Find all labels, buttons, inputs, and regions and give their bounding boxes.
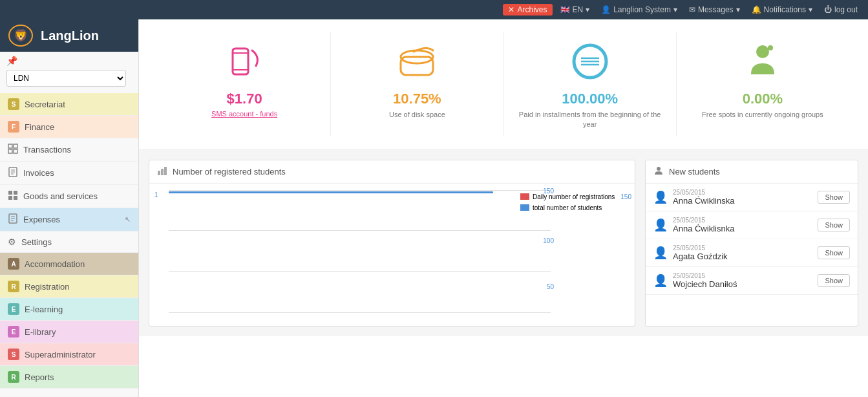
chevron-down-icon: ▾: [809, 5, 812, 14]
user-icon: 👤: [601, 5, 611, 14]
svg-rect-3: [14, 144, 17, 148]
new-students-panel: New students 👤 25/05/2015 Anna Ćwiklinsk…: [645, 160, 858, 327]
svg-rect-12: [8, 196, 12, 200]
power-icon: ⏻: [824, 5, 832, 14]
show-button-0[interactable]: Show: [818, 191, 850, 204]
sidebar-item-accommodation[interactable]: A Accommodation: [0, 253, 138, 275]
finance-badge: F: [8, 121, 19, 133]
student-name: Anna Ćwiklinska: [673, 196, 812, 206]
archives-button[interactable]: ✕ Archives: [503, 4, 552, 16]
disk-icon: [391, 39, 443, 84]
sidebar-item-expenses[interactable]: Expenses ↖: [0, 208, 138, 231]
flag-icon: 🇬🇧: [560, 5, 570, 14]
sidebar-item-elearning[interactable]: E E-learning: [0, 298, 138, 321]
y-val-100: 100: [543, 237, 554, 244]
archives-label: Archives: [517, 5, 547, 14]
sidebar-item-secretariat[interactable]: S Secretariat: [0, 93, 138, 116]
student-info: 25/05/2015 Wojciech Daniłoś: [673, 272, 812, 289]
logo-svg: 🦁: [6, 23, 36, 48]
student-date: 25/05/2015: [673, 272, 812, 279]
logo-text: LangLion: [41, 28, 99, 43]
svg-text:🦁: 🦁: [14, 28, 28, 43]
sidebar-item-superadmin[interactable]: S Superadministrator: [0, 343, 138, 366]
stat-sms: $1.70 SMS account - funds: [158, 32, 331, 136]
spots-value: 0.00%: [743, 91, 783, 107]
student-item: 👤 25/05/2015 Anna Ćwiklinska Show: [646, 184, 858, 211]
legend-daily-color: [520, 193, 529, 200]
disk-value: 10.75%: [393, 91, 441, 107]
language-selector[interactable]: 🇬🇧 EN ▾: [556, 4, 594, 16]
sidebar-item-reports[interactable]: R Reports: [0, 366, 138, 389]
person-icon: [653, 166, 664, 178]
superadmin-badge: S: [8, 349, 19, 360]
pin-icon[interactable]: 📌: [6, 56, 17, 66]
sidebar-item-label: Expenses: [23, 215, 60, 224]
sidebar-item-elibrary[interactable]: E E-library: [0, 321, 138, 343]
students-header: New students: [646, 160, 858, 184]
chart-header: Number of registered students: [149, 160, 635, 184]
disk-label: Use of disk space: [389, 110, 445, 120]
student-date: 25/05/2015: [673, 244, 812, 252]
sidebar-item-transactions[interactable]: Transactions: [0, 138, 138, 162]
legend-daily: Daily number of registrations 150: [520, 193, 631, 200]
logout-label: log out: [834, 5, 858, 14]
chart-area: [169, 190, 551, 313]
student-info: 25/05/2015 Anna Ćwiklinska: [673, 189, 812, 206]
installments-icon: [564, 39, 616, 84]
y-label-150: 1: [154, 191, 158, 198]
installments-label: Paid in installments from the beginning …: [514, 110, 666, 130]
student-date: 25/05/2015: [673, 189, 812, 196]
svg-rect-5: [14, 149, 17, 153]
sidebar-item-finance[interactable]: F Finance: [0, 116, 138, 138]
bell-icon: 🔔: [752, 5, 761, 14]
chevron-down-icon: ▾: [586, 5, 589, 14]
sidebar-item-label: E-learning: [25, 305, 63, 314]
sms-link[interactable]: SMS account - funds: [211, 110, 277, 118]
settings-icon: ⚙: [8, 237, 16, 247]
svg-rect-30: [161, 169, 164, 175]
chevron-down-icon: ▾: [673, 5, 677, 14]
sidebar-item-settings[interactable]: ⚙ Settings: [0, 231, 138, 253]
student-info: 25/05/2015 Agata Goździk: [673, 244, 812, 261]
student-info: 25/05/2015 Anna Ćwiklisnka: [673, 217, 812, 233]
sidebar-item-invoices[interactable]: Invoices: [0, 162, 138, 185]
gridline-top: [169, 190, 551, 191]
expenses-icon: [8, 213, 18, 226]
logout-button[interactable]: ⏻ log out: [820, 4, 862, 16]
transactions-icon: [8, 144, 18, 156]
y-val-50: 50: [547, 283, 554, 290]
svg-rect-2: [8, 144, 12, 148]
show-button-2[interactable]: Show: [818, 246, 850, 259]
sidebar-item-label: Accommodation: [25, 259, 85, 269]
show-button-3[interactable]: Show: [818, 274, 850, 287]
sidebar-item-label: Secretariat: [25, 100, 65, 109]
student-name: Anna Ćwiklisnka: [673, 224, 812, 233]
sidebar-item-label: Goods and services: [23, 191, 98, 201]
charts-row: Number of registered students 1: [139, 150, 868, 336]
legend-total-color: [520, 204, 529, 211]
sidebar-item-label: Registration: [25, 282, 69, 292]
student-avatar-icon: 👤: [653, 190, 668, 204]
student-item: 👤 25/05/2015 Wojciech Daniłoś Show: [646, 267, 858, 295]
spots-label: Free spots in currently ongoing groups: [702, 110, 823, 120]
notifications-menu[interactable]: 🔔 Notifications ▾: [748, 4, 816, 16]
student-avatar-icon: 👤: [653, 218, 668, 232]
accommodation-badge: A: [8, 258, 19, 270]
sidebar-item-label: Invoices: [23, 168, 54, 178]
show-button-1[interactable]: Show: [818, 219, 850, 231]
student-avatar-icon: 👤: [653, 274, 668, 288]
chevron-down-icon: ▾: [736, 5, 740, 14]
stat-spots: 0.00% Free spots in currently ongoing gr…: [677, 32, 849, 136]
legend-total: total number of students: [520, 204, 631, 211]
location-dropdown[interactable]: LDN: [6, 70, 126, 87]
nav-section: S Secretariat F Finance Transactions Inv…: [0, 92, 138, 390]
people-icon: [737, 39, 789, 84]
sidebar-item-goods[interactable]: Goods and services: [0, 185, 138, 208]
user-menu[interactable]: 👤 Langlion System ▾: [597, 4, 681, 16]
sidebar-item-registration[interactable]: R Registration: [0, 275, 138, 298]
student-date: 25/05/2015: [673, 217, 812, 224]
svg-point-32: [657, 167, 661, 171]
messages-menu[interactable]: ✉ Messages ▾: [685, 4, 744, 16]
registrations-chart-panel: Number of registered students 1: [149, 160, 635, 327]
legend-daily-value: 150: [620, 193, 631, 200]
